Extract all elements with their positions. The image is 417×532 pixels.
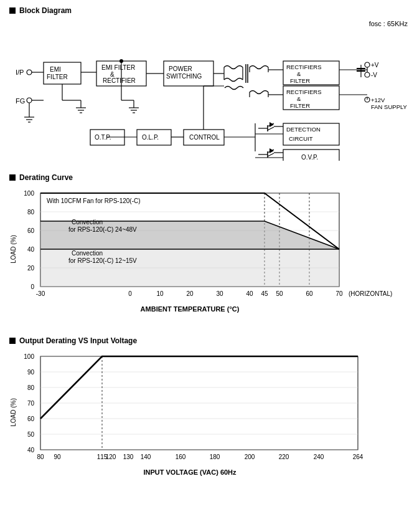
ovp-text: O.V.P. — [301, 154, 318, 161]
transformer-coil-right2 — [250, 91, 268, 94]
derating-chart: 0 20 40 60 80 100 -30 0 10 20 30 40 — [9, 187, 408, 325]
svg-text:-30: -30 — [36, 290, 45, 297]
transformer-coil-left — [224, 66, 243, 69]
output-derating-svg: 40 50 60 70 80 90 100 80 90 115 120 130 … — [9, 350, 408, 487]
power-switching-text1: POWER — [169, 65, 192, 72]
fan-label1: +12V — [371, 97, 385, 103]
annotation-conv48-2: for RPS-120(-C) 24~48V — [68, 226, 137, 233]
block-diagram-svg: I/P FG EMI FILTER — [9, 30, 408, 161]
svg-text:200: 200 — [245, 454, 255, 460]
output-derating-square — [9, 338, 16, 344]
x-axis-label-derating: AMBIENT TEMPERATURE (°C) — [141, 305, 240, 313]
y-tick-40: 40 — [27, 246, 35, 253]
derating-header: Derating Curve — [9, 173, 408, 182]
svg-text:0: 0 — [128, 290, 132, 297]
svg-text:90: 90 — [27, 369, 35, 376]
block-diagram-chart: I/P FG EMI FILTER — [9, 30, 408, 162]
output-derating-title: Output Derating VS Input Voltage — [19, 336, 137, 345]
emi-rect-text3: RECTIFIER — [103, 77, 136, 84]
derating-svg: 0 20 40 60 80 100 -30 0 10 20 30 40 — [9, 187, 408, 324]
fg-label: FG — [16, 97, 25, 105]
header-square — [9, 7, 16, 14]
vplus-circle — [365, 62, 370, 67]
rect-filter1-text2: & — [297, 70, 301, 77]
arrow1 — [269, 122, 274, 127]
arrow2 — [269, 148, 274, 153]
svg-text:10: 10 — [156, 290, 164, 297]
rect-filter2-text2: & — [297, 95, 301, 102]
annotation-conv15-1: Convection — [72, 250, 103, 257]
y-tick-20: 20 — [27, 265, 35, 272]
annotation-fan: With 10CFM Fan for RPS-120(-C) — [47, 197, 141, 204]
derating-square — [9, 174, 16, 181]
output-derating-header: Output Derating VS Input Voltage — [9, 336, 408, 345]
block-diagram-header: Block Diagram — [9, 6, 408, 15]
svg-text:80: 80 — [27, 384, 35, 391]
svg-text:140: 140 — [141, 454, 151, 460]
svg-line-47 — [268, 127, 274, 130]
svg-text:50: 50 — [27, 431, 35, 438]
svg-text:264: 264 — [353, 454, 363, 460]
svg-text:60: 60 — [27, 416, 35, 422]
rect-filter1-text1: RECTIFIERS — [286, 64, 321, 70]
ip-circle — [27, 70, 32, 75]
svg-text:60: 60 — [306, 290, 313, 297]
control-text: CONTROL — [189, 134, 220, 141]
svg-text:120: 120 — [106, 454, 116, 460]
x-axis-label-output: INPUT VOLTAGE (VAC) 60Hz — [143, 468, 237, 476]
svg-line-52 — [268, 153, 274, 156]
svg-text:40: 40 — [27, 447, 35, 454]
vminus-label: -V — [371, 72, 377, 78]
fosc-label: fosc : 65KHz — [9, 20, 408, 27]
svg-text:180: 180 — [210, 454, 220, 460]
svg-text:160: 160 — [176, 454, 186, 460]
svg-text:100: 100 — [24, 353, 34, 360]
y-tick-0: 0 — [30, 283, 34, 290]
emi-rect-text1: EMI FILTER — [101, 64, 135, 71]
transformer-coil-left2 — [224, 78, 243, 82]
svg-text:20: 20 — [186, 290, 194, 297]
svg-text:80: 80 — [37, 454, 44, 460]
emi-filter-text1: EMI — [50, 66, 61, 73]
vplus-label: +V — [371, 62, 379, 69]
svg-text:130: 130 — [123, 454, 134, 460]
derating-curve-section: Derating Curve 0 20 40 60 80 100 — [9, 173, 408, 325]
transformer-coil-right1 — [250, 66, 268, 69]
y-axis-label-output: LOAD (%) — [10, 398, 17, 427]
fan-label2: FAN SUPPLY — [371, 103, 408, 110]
y-tick-60: 60 — [27, 227, 35, 234]
annotation-conv15-2: for RPS-120(-C) 12~15V — [68, 257, 137, 264]
detection-text1: DETECTION — [286, 126, 321, 133]
svg-text:90: 90 — [54, 454, 61, 460]
svg-text:(HORIZONTAL): (HORIZONTAL) — [349, 290, 392, 297]
block-diagram-section: Block Diagram fosc : 65KHz I/P FG EMI FI… — [9, 6, 408, 162]
ip-label: I/P — [16, 69, 24, 76]
svg-text:30: 30 — [216, 290, 223, 297]
power-switching-text2: SWITCHING — [166, 73, 202, 80]
rect-filter1-text3: FILTER — [290, 77, 310, 84]
svg-text:45: 45 — [261, 290, 268, 297]
svg-text:240: 240 — [314, 454, 324, 460]
output-derating-chart: 40 50 60 70 80 90 100 80 90 115 120 130 … — [9, 350, 408, 488]
inductor-symbol — [225, 87, 243, 90]
derating-title: Derating Curve — [19, 173, 73, 182]
svg-text:220: 220 — [279, 454, 289, 460]
emi-filter-text2: FILTER — [47, 74, 68, 80]
detection-text2: CIRCUIT — [289, 135, 313, 142]
annotation-conv48-1: Convection — [72, 219, 103, 226]
fg-circle — [27, 98, 32, 103]
y-tick-80: 80 — [27, 209, 35, 216]
y-tick-100: 100 — [24, 190, 34, 197]
output-derating-section: Output Derating VS Input Voltage 40 50 6… — [9, 336, 408, 488]
rect-filter2-text3: FILTER — [290, 102, 310, 109]
svg-text:50: 50 — [276, 290, 283, 297]
svg-text:70: 70 — [335, 290, 343, 297]
rect-filter2-text1: RECTIFIERS — [286, 88, 321, 95]
vminus-circle — [365, 72, 370, 77]
block-diagram-title: Block Diagram — [19, 6, 72, 15]
olp-text: O.L.P. — [142, 134, 159, 141]
svg-text:40: 40 — [246, 290, 253, 297]
y-axis-label-derating: LOAD (%) — [10, 235, 17, 264]
svg-text:70: 70 — [27, 400, 35, 407]
